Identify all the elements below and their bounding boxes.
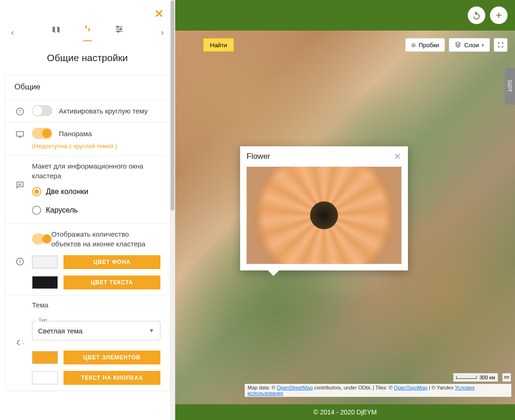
tab-settings-icon[interactable]	[83, 24, 92, 41]
svg-rect-7	[17, 132, 24, 136]
close-icon[interactable]: ✕	[154, 7, 164, 20]
select-value: Светлая тема	[38, 327, 83, 335]
setting-round-theme: T Активировать круглую тему	[5, 99, 170, 122]
map-bottom-info: 300 км Map data: © OpenStreetMap contrib…	[245, 373, 511, 397]
theme-select[interactable]: Светлая тема ▼	[32, 321, 160, 340]
chevron-down-icon: ▾	[482, 43, 484, 48]
chevron-down-icon: ▼	[149, 327, 154, 334]
map-attribution: Map data: © OpenStreetMap contributors, …	[245, 384, 511, 397]
desktop-icon	[14, 130, 25, 139]
round-theme-label: Активировать круглую тему	[59, 106, 148, 116]
button-text-color-swatch[interactable]	[32, 371, 58, 384]
add-button[interactable]	[490, 6, 508, 24]
chat-icon	[14, 181, 25, 190]
fullscreen-button[interactable]	[494, 38, 508, 52]
text-color-swatch[interactable]	[32, 276, 58, 289]
setting-panorama: Панорама (Недоступна с круглой темой.)	[5, 122, 170, 155]
svg-text:5: 5	[19, 259, 21, 264]
badge-count-icon: 5	[14, 257, 25, 266]
setting-cluster-count: 5 Отображать количество объектов на икон…	[5, 223, 170, 295]
undo-button[interactable]	[468, 6, 485, 24]
cluster-layout-label: Макет для информационного окна кластера	[32, 161, 160, 181]
tabs-prev-icon[interactable]: ‹	[9, 26, 16, 39]
otm-link[interactable]: OpenTopoMap	[394, 385, 427, 390]
header-bar	[175, 0, 515, 31]
ruler-icon[interactable]	[502, 373, 511, 382]
tab-map-icon[interactable]	[51, 25, 61, 41]
theme-heading: Тема	[32, 301, 160, 309]
balloon-title: Flower	[247, 152, 270, 161]
layers-icon	[455, 41, 461, 49]
balloon-image	[247, 167, 401, 264]
settings-sidebar: ✕ ‹ › Общие настройки Общие	[0, 0, 175, 420]
elements-color-swatch[interactable]	[32, 351, 58, 364]
layers-button[interactable]: Слои ▾	[449, 38, 490, 52]
bg-color-swatch[interactable]	[32, 256, 58, 269]
card-header: Общие	[5, 75, 170, 99]
svg-point-2	[117, 26, 118, 27]
text-color-button[interactable]: ЦВЕТ ТЕКСТА	[64, 276, 160, 289]
svg-point-0	[85, 26, 87, 28]
text-circle-icon: T	[14, 107, 25, 116]
radio-carousel[interactable]: Карусель	[32, 203, 160, 218]
setting-theme: Тема Тип Светлая тема ▼ ЦВЕТ ЭЛЕМЕНТОВ	[5, 295, 170, 390]
map-canvas[interactable]: Найти Пробки Слои ▾ DjDT Flower ✕	[175, 31, 515, 404]
svg-point-3	[120, 28, 121, 30]
find-button[interactable]: Найти	[203, 38, 234, 52]
radio-label: Карусель	[46, 206, 78, 214]
svg-point-1	[88, 29, 90, 31]
panorama-label: Панорама	[59, 129, 92, 138]
cluster-count-label: Отображать количество объектов на иконке…	[51, 229, 160, 249]
radio-icon	[32, 187, 41, 196]
page-title: Общие настройки	[0, 45, 175, 75]
radio-two-columns[interactable]: Две колонки	[32, 184, 160, 199]
general-card: Общие T Активировать круглую тему	[5, 75, 170, 391]
panorama-sub: (Недоступна с круглой темой.)	[32, 143, 160, 150]
button-text-color-button[interactable]: ТЕКСТ НА КНОПКАХ	[64, 371, 160, 385]
tabs-next-icon[interactable]: ›	[159, 26, 165, 39]
select-label: Тип	[37, 317, 49, 323]
traffic-button[interactable]: Пробки	[405, 38, 445, 52]
traffic-label: Пробки	[419, 42, 439, 49]
sidebar-scrollbar[interactable]	[170, 0, 175, 420]
tab-sliders-icon[interactable]	[114, 25, 124, 41]
map-balloon: Flower ✕	[240, 146, 408, 270]
svg-text:T: T	[19, 109, 21, 114]
svg-point-4	[117, 31, 119, 32]
radio-label: Две колонки	[46, 188, 88, 196]
theme-icon	[14, 339, 25, 348]
tab-nav: ‹ ›	[0, 20, 175, 45]
radio-icon	[32, 206, 41, 215]
footer: © 2014 - 2020 DjEYM	[175, 404, 515, 420]
close-icon[interactable]: ✕	[394, 151, 401, 162]
osm-link[interactable]: OpenStreetMap	[277, 385, 313, 390]
scale-text: 300 км	[479, 375, 495, 380]
toggle-round-theme[interactable]	[32, 105, 52, 116]
scale-bar: 300 км	[453, 373, 498, 382]
toggle-cluster-count[interactable]	[32, 233, 45, 244]
layers-label: Слои	[464, 42, 479, 49]
setting-cluster-layout: Макет для информационного окна кластера …	[5, 155, 170, 223]
traffic-icon	[411, 43, 416, 47]
elements-color-button[interactable]: ЦВЕТ ЭЛЕМЕНТОВ	[64, 351, 160, 364]
main-area: Найти Пробки Слои ▾ DjDT Flower ✕	[175, 0, 515, 420]
bg-color-button[interactable]: ЦВЕТ ФОНА	[64, 255, 160, 269]
djdt-tab[interactable]: DjDT	[505, 68, 515, 105]
toggle-panorama[interactable]	[32, 128, 52, 139]
